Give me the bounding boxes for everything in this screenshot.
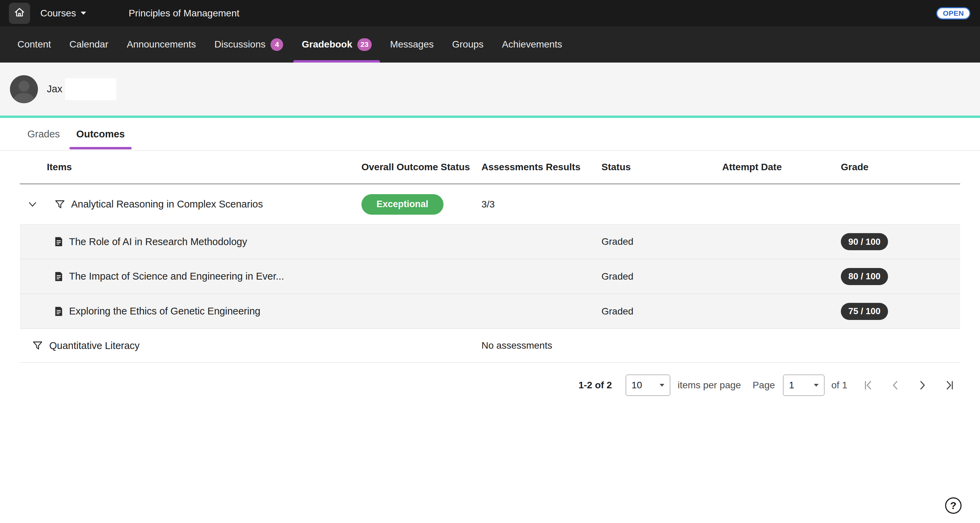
column-header-grade: Grade xyxy=(841,162,960,173)
page-number-select[interactable]: 1 xyxy=(783,375,824,396)
outcome-row: Analytical Reasoning in Complex Scenario… xyxy=(20,184,960,224)
document-icon xyxy=(53,306,64,317)
outcome-title: Analytical Reasoning in Complex Scenario… xyxy=(71,199,263,210)
items-per-page-value: 10 xyxy=(632,380,642,391)
pagination-controls xyxy=(862,379,956,391)
tab-label: Outcomes xyxy=(76,129,125,140)
tab-grades[interactable]: Grades xyxy=(21,118,67,150)
outcome-status-badge: Exceptional xyxy=(361,194,444,215)
previous-page-icon[interactable] xyxy=(889,379,901,391)
outcome-funnel-icon xyxy=(32,340,43,351)
page-of-label: of 1 xyxy=(831,380,847,391)
first-page-icon[interactable] xyxy=(862,379,874,391)
assessment-row: Exploring the Ethics of Genetic Engineer… xyxy=(20,294,960,329)
assessment-status: Graded xyxy=(601,306,722,317)
collapse-chevron-icon[interactable] xyxy=(26,198,39,211)
nav-item-content[interactable]: Content xyxy=(9,26,59,62)
column-header-assessments-results: Assessments Results xyxy=(482,162,601,173)
assessment-title: Exploring the Ethics of Genetic Engineer… xyxy=(69,305,260,317)
column-header-items: Items xyxy=(20,162,361,173)
top-bar: Courses Principles of Management OPEN xyxy=(0,0,980,26)
gradebook-count-badge: 23 xyxy=(357,38,371,51)
discussions-count-badge: 4 xyxy=(270,38,283,51)
grade-badge: 80 / 100 xyxy=(841,268,888,285)
nav-item-messages[interactable]: Messages xyxy=(382,26,442,62)
nav-label: Gradebook xyxy=(302,39,352,50)
assessment-status: Graded xyxy=(601,236,722,247)
home-icon xyxy=(14,7,25,20)
pagination-bar: 1-2 of 2 10 items per page Page 1 of 1 xyxy=(20,375,960,396)
assessment-title: The Role of AI in Research Methodology xyxy=(69,236,247,248)
nav-item-gradebook[interactable]: Gradebook 23 xyxy=(293,26,380,62)
course-navbar: Content Calendar Announcements Discussio… xyxy=(0,26,980,62)
outcome-funnel-icon xyxy=(54,199,66,210)
column-header-attempt-date: Attempt Date xyxy=(722,162,841,173)
assessments-results-value: No assessments xyxy=(482,340,601,351)
nav-label: Discussions xyxy=(215,39,265,50)
open-status-badge: OPEN xyxy=(936,7,970,19)
nav-label: Messages xyxy=(390,39,434,50)
column-header-overall-status: Overall Outcome Status xyxy=(361,162,482,173)
teal-divider xyxy=(0,116,980,118)
nav-label: Content xyxy=(18,39,51,50)
nav-item-announcements[interactable]: Announcements xyxy=(119,26,204,62)
assessment-row: The Impact of Science and Engineering in… xyxy=(20,259,960,294)
outcome-title: Quantitative Literacy xyxy=(49,340,140,351)
nav-label: Calendar xyxy=(69,39,108,50)
nav-item-achievements[interactable]: Achievements xyxy=(494,26,570,62)
course-title: Principles of Management xyxy=(129,8,239,19)
nav-item-discussions[interactable]: Discussions 4 xyxy=(206,26,291,62)
outcomes-table: Items Overall Outcome Status Assessments… xyxy=(20,150,960,363)
home-button[interactable] xyxy=(9,3,30,24)
document-icon xyxy=(53,271,64,282)
outcome-row: Quantitative Literacy No assessments xyxy=(20,329,960,363)
help-button[interactable]: ? xyxy=(945,498,961,514)
user-strip: Jax xyxy=(0,62,980,116)
assessments-results-value: 3/3 xyxy=(482,199,601,210)
grade-badge: 90 / 100 xyxy=(841,233,888,250)
chevron-down-icon xyxy=(81,12,86,15)
table-header-row: Items Overall Outcome Status Assessments… xyxy=(20,150,960,184)
last-page-icon[interactable] xyxy=(944,379,956,391)
grade-badge: 75 / 100 xyxy=(841,303,888,320)
document-icon xyxy=(53,236,64,247)
next-page-icon[interactable] xyxy=(916,379,929,391)
nav-label: Achievements xyxy=(502,39,562,50)
chevron-down-icon xyxy=(814,384,819,386)
gradebook-tabbar: Grades Outcomes xyxy=(0,118,980,150)
pagination-range: 1-2 of 2 xyxy=(579,380,612,391)
avatar xyxy=(10,75,38,103)
nav-item-calendar[interactable]: Calendar xyxy=(61,26,116,62)
nav-label: Announcements xyxy=(127,39,196,50)
chevron-down-icon xyxy=(660,384,664,386)
column-header-status: Status xyxy=(601,162,722,173)
question-mark-icon: ? xyxy=(950,500,956,511)
user-name: Jax xyxy=(47,83,62,95)
courses-label: Courses xyxy=(40,8,76,19)
nav-label: Groups xyxy=(452,39,484,50)
gradebook-outcomes-page: Courses Principles of Management OPEN Co… xyxy=(0,0,980,523)
assessment-title: The Impact of Science and Engineering in… xyxy=(69,271,284,282)
page-label: Page xyxy=(752,380,775,391)
items-per-page-label: items per page xyxy=(678,380,741,391)
items-per-page-select[interactable]: 10 xyxy=(626,375,670,396)
tab-outcomes[interactable]: Outcomes xyxy=(69,118,132,150)
assessment-row: The Role of AI in Research Methodology G… xyxy=(20,224,960,259)
nav-item-groups[interactable]: Groups xyxy=(444,26,492,62)
courses-dropdown[interactable]: Courses xyxy=(40,8,86,19)
page-number-value: 1 xyxy=(789,380,794,391)
assessment-status: Graded xyxy=(601,271,722,282)
redacted-name-box xyxy=(65,78,116,100)
tab-label: Grades xyxy=(27,129,60,140)
